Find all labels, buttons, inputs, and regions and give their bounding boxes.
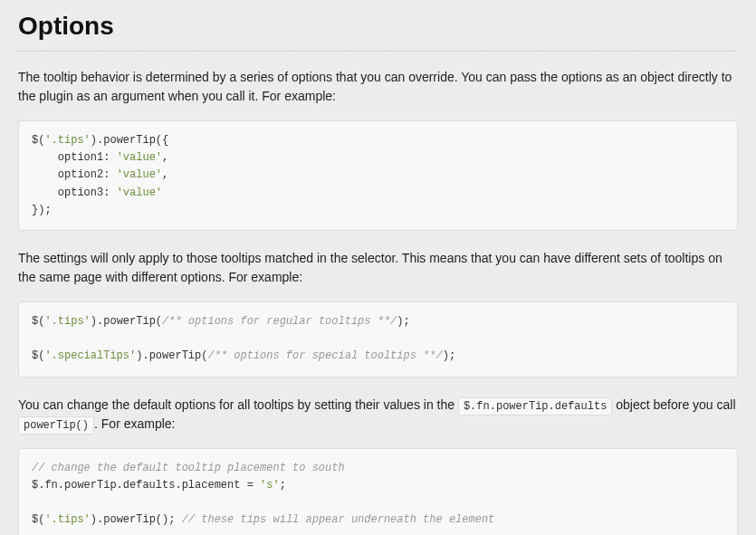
code-comment: // change the default tooltip placement … bbox=[32, 462, 345, 474]
code-text: $( bbox=[32, 315, 44, 328]
code-string: '.tips' bbox=[44, 134, 90, 147]
code-string: 's' bbox=[260, 479, 280, 492]
para-text: object before you call bbox=[612, 397, 735, 412]
code-string: 'value' bbox=[117, 168, 162, 181]
code-string: '.specialTips' bbox=[44, 349, 136, 362]
code-block-2: $('.tips').powerTip(/** options for regu… bbox=[18, 301, 738, 377]
code-text: , bbox=[162, 168, 168, 181]
code-text: : bbox=[103, 151, 116, 164]
code-comment: /** options for special tooltips **/ bbox=[207, 349, 442, 362]
paragraph-second: The settings will only apply to those to… bbox=[18, 249, 738, 287]
code-text: $( bbox=[32, 513, 44, 526]
code-text: $( bbox=[32, 349, 44, 362]
code-text: ); bbox=[397, 315, 409, 328]
code-text: ).powerTip(); bbox=[91, 513, 182, 526]
inline-code-defaults: $.fn.powerTip.defaults bbox=[458, 397, 612, 416]
code-text: ).powerTip( bbox=[91, 315, 162, 328]
code-string: '.tips' bbox=[44, 315, 90, 328]
inline-code-powertip: powerTip() bbox=[18, 416, 94, 435]
code-text: ).powerTip( bbox=[136, 349, 207, 362]
code-comment: // these tips will appear underneath the… bbox=[182, 513, 495, 526]
code-text: option3 bbox=[32, 186, 103, 199]
para-text: . For example: bbox=[94, 416, 175, 431]
paragraph-third: You can change the default options for a… bbox=[18, 396, 738, 434]
code-text: option1 bbox=[32, 151, 103, 164]
code-string: '.tips' bbox=[44, 513, 90, 526]
code-string: 'value' bbox=[117, 151, 162, 164]
section-heading: Options bbox=[18, 7, 738, 45]
code-text: option2 bbox=[32, 168, 103, 181]
code-string: 'value' bbox=[117, 186, 162, 199]
para-text: You can change the default options for a… bbox=[18, 397, 458, 412]
doc-page: Options The tooltip behavior is determin… bbox=[0, 7, 756, 535]
code-text: ); bbox=[443, 349, 455, 362]
heading-divider bbox=[18, 51, 738, 52]
code-text: $( bbox=[32, 134, 44, 147]
code-text: ).powerTip({ bbox=[91, 134, 168, 147]
code-text: : bbox=[103, 168, 116, 181]
code-text: : bbox=[103, 186, 116, 199]
code-text: $.fn.powerTip.defaults.placement = bbox=[32, 479, 260, 492]
code-text: }); bbox=[32, 204, 52, 216]
paragraph-intro: The tooltip behavior is determined by a … bbox=[18, 68, 738, 106]
code-text: , bbox=[162, 151, 168, 164]
code-text: ; bbox=[280, 479, 286, 492]
code-comment: /** options for regular tooltips **/ bbox=[162, 315, 397, 328]
code-block-3: // change the default tooltip placement … bbox=[18, 448, 738, 536]
code-block-1: $('.tips').powerTip({ option1: 'value', … bbox=[18, 120, 738, 231]
